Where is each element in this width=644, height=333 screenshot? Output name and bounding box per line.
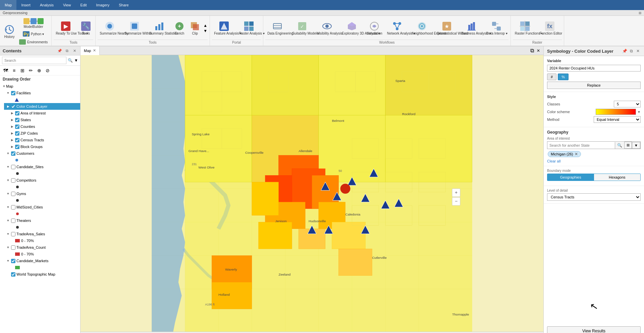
classes-select[interactable]: 5 3 4 6 7 [614, 101, 641, 107]
check-zip[interactable] [15, 131, 19, 136]
raster-analysis-button[interactable]: Raster Analysis ▾ [237, 19, 261, 37]
network-analysis-button[interactable]: Network Analysis ▾ [385, 19, 409, 37]
expand-midsized[interactable]: ▼ [6, 205, 10, 209]
expand-states[interactable]: ▶ [10, 118, 14, 122]
sidebar-tool-table-icon[interactable]: ⊞ [19, 67, 26, 74]
history-button[interactable]: History [2, 23, 17, 40]
layer-competitors[interactable]: ▼ Competitors [4, 177, 80, 184]
expand-candidate-markets[interactable]: ▼ [6, 259, 10, 263]
search-aoi-extra-btn-2[interactable]: ▼ [632, 142, 640, 149]
sidebar-pin-btn[interactable]: 📌 [57, 48, 63, 54]
sidebar-search-input[interactable] [2, 57, 66, 64]
check-midsized[interactable] [11, 205, 15, 209]
layer-block-groups[interactable]: ▶ Block Groups [8, 143, 80, 150]
panel-pin-btn[interactable]: 📌 [622, 48, 627, 54]
visibility-analysis-button[interactable]: Visibility Analysis [315, 19, 339, 37]
check-world-topo[interactable] [11, 272, 15, 277]
business-analysis-button[interactable]: Business Analysis ▾ [460, 19, 484, 37]
layer-census-tracts[interactable]: ▶ Census Tracts [8, 137, 80, 143]
tools-scroll-down[interactable]: ▼ [203, 29, 208, 33]
panel-close-btn[interactable]: ✕ [635, 48, 641, 54]
simulation-button[interactable]: Simulation [365, 19, 384, 37]
replace-btn[interactable]: Replace [547, 82, 641, 89]
check-states[interactable] [15, 118, 19, 122]
expand-tradearea-sales[interactable]: ▼ [6, 232, 10, 236]
sidebar-tool-map-icon[interactable]: 🗺 [2, 67, 9, 74]
expand-candidate-sites[interactable]: ▼ [6, 165, 10, 169]
sidebar-filter-icon[interactable]: ▼ [74, 58, 78, 63]
modelbuilder-button[interactable]: ModelBuilder [17, 17, 49, 30]
panel-float-btn[interactable]: ⧉ [629, 48, 634, 54]
tab-insert[interactable]: Insert [16, 0, 35, 10]
lod-select[interactable]: Census Tracts Block Groups ZIP Codes Cou… [547, 193, 641, 201]
tab-edit[interactable]: Edit [76, 0, 92, 10]
map-tab[interactable]: Map ✕ [80, 46, 100, 55]
hash-btn[interactable]: # [547, 74, 556, 80]
check-census[interactable] [15, 138, 19, 142]
geoprocessing-expand-icon[interactable]: ⊞ [639, 11, 641, 15]
raster-functions-button[interactable]: Raster Functions ▾ [513, 19, 537, 37]
data-interop-button[interactable]: Data Interop ▾ [484, 19, 508, 37]
tab-analysis[interactable]: Analysis [35, 0, 58, 10]
check-competitors[interactable] [11, 178, 15, 183]
layer-zip-codes[interactable]: ▶ ZIP Codes [8, 130, 80, 137]
layer-tradearea-count[interactable]: ▼ TradeArea_Count [4, 244, 80, 251]
data-engineering-button[interactable]: Data Engineering [265, 19, 289, 37]
clear-all-btn[interactable]: Clear all [547, 159, 641, 163]
sidebar-tool-layer-icon[interactable]: ≡ [10, 67, 18, 74]
exploratory-3d-button[interactable]: Exploratory 3D Analysis ▾ [340, 19, 364, 37]
layer-theaters[interactable]: ▼ Theaters [4, 217, 80, 224]
map-tab-close-btn[interactable]: ✕ [93, 48, 96, 53]
sidebar-search-icon[interactable]: 🔍 [68, 58, 73, 63]
enrich-button[interactable]: + Enrich [172, 19, 187, 37]
tab-map[interactable]: Map [0, 0, 16, 10]
layer-world-topo[interactable]: ▼ World Topographic Map [4, 271, 80, 278]
view-results-btn[interactable]: View Results [547, 326, 641, 333]
layer-customers[interactable]: ▼ Customers [4, 150, 80, 157]
expand-theaters[interactable]: ▼ [6, 219, 10, 223]
check-gyms[interactable] [11, 192, 15, 196]
search-aoi-extra-btn-1[interactable]: ⊞ [624, 142, 632, 149]
sidebar-tool-clear-icon[interactable]: ⊘ [44, 67, 51, 74]
map-content[interactable]: Allendale Coopersville Belmont Rockford … [80, 55, 543, 333]
check-candidate-markets[interactable] [11, 259, 15, 263]
variable-input[interactable] [547, 65, 641, 72]
suitability-modeler-button[interactable]: ✓ Suitability Modeler [290, 19, 314, 37]
function-editor-button[interactable]: fx Function Editor [538, 19, 562, 37]
feature-analysis-button[interactable]: Feature Analysis ▾ [212, 19, 236, 37]
check-candidate-sites[interactable] [11, 165, 15, 169]
search-aoi-search-btn[interactable]: 🔍 [615, 142, 624, 149]
sidebar-close-btn[interactable]: ✕ [71, 48, 77, 54]
pct-btn[interactable]: % [558, 74, 569, 80]
check-theaters[interactable] [11, 219, 15, 223]
expand-customers[interactable]: ▼ [6, 151, 10, 155]
sidebar-tool-add-icon[interactable]: ⊕ [36, 67, 43, 74]
summary-statistics-button[interactable]: Summary Statistics [147, 19, 171, 37]
tools-scroll-up[interactable]: ▲ [203, 23, 208, 28]
tab-view[interactable]: View [58, 0, 76, 10]
layer-tradearea-sales[interactable]: ▼ TradeArea_Sales [4, 231, 80, 237]
clip-button[interactable]: Clip [187, 19, 202, 37]
tab-imagery[interactable]: Imagery [92, 0, 114, 10]
layer-facilities[interactable]: ▼ Facilities [4, 90, 80, 96]
expand-zip[interactable]: ▶ [10, 131, 14, 135]
expand-competitors[interactable]: ▼ [6, 178, 10, 182]
python-button[interactable]: Py Python ▾ [17, 30, 49, 38]
environments-button[interactable]: Environments [17, 38, 49, 46]
neighborhood-explorer-button[interactable]: Neighborhood Explorer [410, 19, 434, 37]
check-tradearea-count[interactable] [11, 245, 15, 250]
search-another-state-input[interactable] [547, 142, 615, 148]
layer-counties[interactable]: ▶ Counties [8, 123, 80, 130]
hexagons-btn[interactable]: Hexagons [594, 174, 641, 181]
tools-button[interactable]: 🔧 Tools [78, 19, 93, 37]
layer-states[interactable]: ▶ States [8, 116, 80, 123]
map-maximize-btn[interactable]: ⧉ [529, 48, 535, 54]
geostatistical-wizard-button[interactable]: ★ Geostatistical Wizard [435, 19, 459, 37]
color-bar[interactable] [596, 109, 636, 115]
tab-share[interactable]: Share [114, 0, 133, 10]
expand-block[interactable]: ▶ [10, 145, 14, 149]
layer-color-coded[interactable]: ▶ Color Coded Layer [4, 103, 80, 110]
layer-area-of-interest[interactable]: ▶ Area of Interest [8, 110, 80, 116]
check-color-coded[interactable] [11, 104, 15, 109]
check-counties[interactable] [15, 125, 19, 129]
